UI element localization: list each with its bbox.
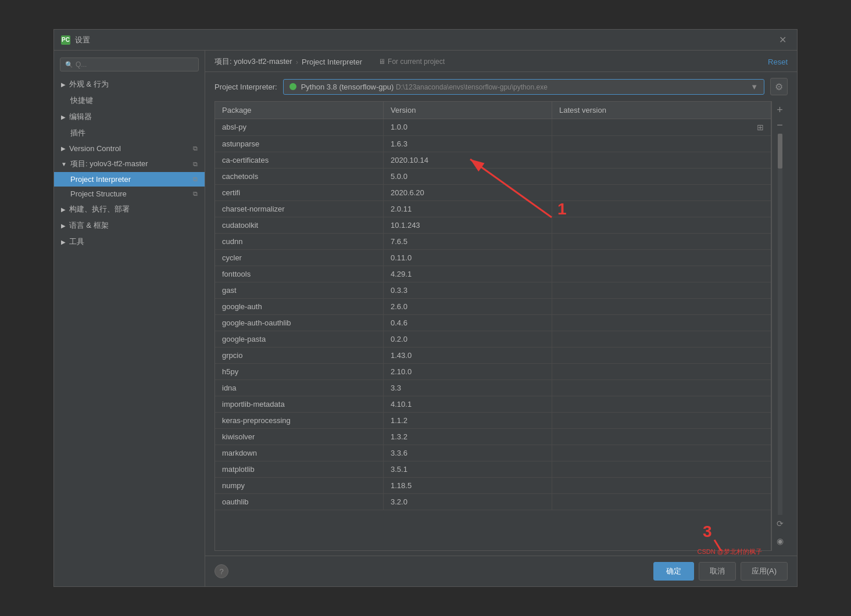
- add-package-button[interactable]: +: [773, 102, 788, 117]
- latest-version: [552, 364, 771, 379]
- package-name: grpcio: [215, 348, 384, 363]
- package-name: google-pasta: [215, 331, 384, 347]
- package-name: importlib-metadata: [215, 396, 384, 412]
- table-row[interactable]: numpy 1.18.5: [215, 478, 771, 494]
- search-input[interactable]: [76, 60, 194, 69]
- package-name: numpy: [215, 478, 384, 493]
- sync-button[interactable]: ⟳: [773, 516, 788, 531]
- sidebar-item-tools[interactable]: 工具: [54, 234, 205, 250]
- table-row[interactable]: oauthlib 3.2.0: [215, 494, 771, 510]
- scrollbar-track[interactable]: [778, 134, 782, 515]
- scrollbar-thumb[interactable]: [778, 134, 782, 169]
- sidebar-item-shortcuts[interactable]: 快捷键: [54, 92, 205, 109]
- sidebar-item-language[interactable]: 语言 & 框架: [54, 217, 205, 234]
- table-row[interactable]: cudatoolkit 10.1.243: [215, 217, 771, 234]
- package-version: 2020.6.20: [384, 185, 552, 200]
- table-row[interactable]: charset-normalizer 2.0.11: [215, 201, 771, 217]
- table-row[interactable]: absl-py 1.0.0 ⊞: [215, 119, 771, 136]
- settings-dialog: PC 设置 ✕ 🔍 外观 & 行为 快捷键 编辑器 插件: [53, 29, 798, 587]
- sidebar-item-label: 快捷键: [70, 95, 93, 106]
- status-indicator: [289, 83, 296, 90]
- latest-version: [552, 478, 771, 493]
- table-row[interactable]: fonttools 4.29.1: [215, 266, 771, 282]
- latest-version: [552, 201, 771, 217]
- expand-arrow: [61, 239, 66, 245]
- table-row[interactable]: cycler 0.11.0: [215, 250, 771, 266]
- breadcrumb-page: Project Interpreter: [302, 58, 362, 66]
- main-header: 项目: yolov3-tf2-master › Project Interpre…: [205, 51, 797, 72]
- remove-package-button[interactable]: −: [773, 117, 788, 132]
- expand-arrow: [61, 145, 66, 152]
- cancel-button[interactable]: 取消: [699, 562, 736, 581]
- table-row[interactable]: keras-preprocessing 1.1.2: [215, 413, 771, 429]
- help-icon: ?: [219, 567, 223, 576]
- sidebar-item-editor[interactable]: 编辑器: [54, 109, 205, 125]
- sidebar-item-project[interactable]: 项目: yolov3-tf2-master ⧉: [54, 156, 205, 172]
- title-bar: PC 设置 ✕: [54, 30, 797, 51]
- search-icon: 🔍: [65, 61, 73, 69]
- latest-version: [552, 315, 771, 331]
- expand-arrow: [61, 81, 66, 88]
- table-row[interactable]: ca-certificates 2020.10.14: [215, 152, 771, 169]
- latest-version: [552, 136, 771, 152]
- table-row[interactable]: certifi 2020.6.20: [215, 185, 771, 201]
- table-row[interactable]: google-pasta 0.2.0: [215, 331, 771, 348]
- sidebar-item-appearance[interactable]: 外观 & 行为: [54, 76, 205, 92]
- minus-icon: −: [777, 119, 783, 131]
- table-row[interactable]: markdown 3.3.6: [215, 445, 771, 461]
- latest-version: [552, 461, 771, 477]
- table-wrapper: Package Version Latest version absl-py 1…: [214, 101, 788, 551]
- table-row[interactable]: google-auth-oauthlib 0.4.6: [215, 315, 771, 331]
- sidebar-item-interpreter[interactable]: Project Interpreter ⧉: [54, 172, 205, 187]
- package-name: matplotlib: [215, 461, 384, 477]
- interpreter-select[interactable]: Python 3.8 (tensorflow-gpu) D:\123anacon…: [283, 79, 764, 95]
- main-panel: 项目: yolov3-tf2-master › Project Interpre…: [205, 51, 797, 586]
- dialog-title: 设置: [75, 35, 90, 45]
- sidebar-item-label: Version Control: [69, 144, 121, 153]
- help-button[interactable]: ?: [214, 564, 228, 578]
- reset-button[interactable]: Reset: [768, 58, 788, 66]
- sidebar: 🔍 外观 & 行为 快捷键 编辑器 插件 Version Control ⧉: [54, 51, 205, 586]
- table-row[interactable]: cudnn 7.6.5: [215, 234, 771, 250]
- package-name: ca-certificates: [215, 152, 384, 168]
- package-name: certifi: [215, 185, 384, 200]
- for-current-project: 🖥 For current project: [378, 58, 445, 66]
- table-row[interactable]: astunparse 1.6.3: [215, 136, 771, 152]
- expand-arrow: [61, 206, 66, 213]
- table-row[interactable]: importlib-metadata 4.10.1: [215, 396, 771, 413]
- latest-version: [552, 348, 771, 363]
- table-row[interactable]: grpcio 1.43.0: [215, 348, 771, 364]
- apply-button[interactable]: 应用(A): [741, 562, 788, 581]
- expand-arrow: [61, 114, 66, 120]
- table-row[interactable]: matplotlib 3.5.1: [215, 461, 771, 478]
- table-row[interactable]: gast 0.3.3: [215, 282, 771, 299]
- sidebar-item-structure[interactable]: Project Structure ⧉: [54, 187, 205, 201]
- table-row[interactable]: google-auth 2.6.0: [215, 299, 771, 315]
- latest-version: [552, 445, 771, 461]
- sidebar-item-label: 工具: [69, 237, 84, 247]
- breadcrumb-separator: ›: [296, 58, 298, 66]
- copy-icon: ⧉: [193, 160, 198, 168]
- package-version: 2.6.0: [384, 299, 552, 314]
- table-row[interactable]: idna 3.3: [215, 380, 771, 396]
- package-version: 1.6.3: [384, 136, 552, 152]
- latest-version: [552, 331, 771, 347]
- latest-version: [552, 282, 771, 298]
- sidebar-item-plugins[interactable]: 插件: [54, 125, 205, 141]
- sidebar-item-build[interactable]: 构建、执行、部署: [54, 201, 205, 217]
- sidebar-item-label: 语言 & 框架: [69, 220, 109, 231]
- ok-button[interactable]: 确定: [653, 562, 694, 581]
- sidebar-item-label: Project Interpreter: [70, 175, 131, 184]
- sidebar-item-vcs[interactable]: Version Control ⧉: [54, 141, 205, 156]
- package-name: google-auth: [215, 299, 384, 314]
- latest-version: [552, 234, 771, 249]
- search-box[interactable]: 🔍: [60, 58, 199, 71]
- table-row[interactable]: h5py 2.10.0: [215, 364, 771, 380]
- plus-icon: +: [777, 104, 783, 116]
- table-row[interactable]: cachetools 5.0.0: [215, 169, 771, 185]
- eye-button[interactable]: ◉: [773, 533, 788, 549]
- table-row[interactable]: kiwisolver 1.3.2: [215, 429, 771, 445]
- close-button[interactable]: ✕: [775, 33, 790, 46]
- breadcrumb-project: 项目: yolov3-tf2-master: [214, 56, 292, 67]
- interpreter-settings-button[interactable]: ⚙: [770, 78, 788, 95]
